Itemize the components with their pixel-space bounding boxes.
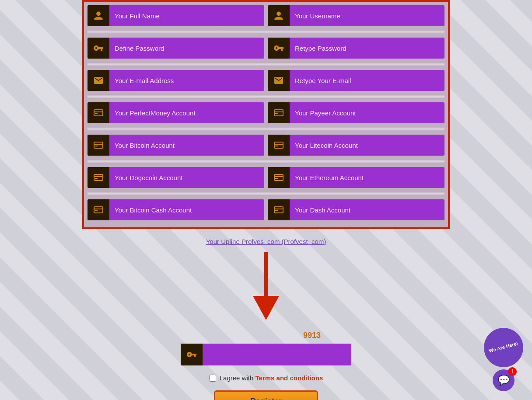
arrow-container (82, 252, 450, 331)
spacer-2 (88, 62, 444, 66)
form-row-2: Define Password Retype Password (88, 38, 444, 59)
svg-marker-25 (253, 296, 279, 320)
svg-rect-12 (94, 174, 103, 181)
email-icon (88, 70, 109, 91)
chat-icon: 💬 (498, 375, 510, 386)
card-icon-7 (88, 199, 109, 220)
svg-rect-17 (275, 178, 278, 179)
litecoin-placeholder: Your Litecoin Account (290, 142, 358, 149)
perfectmoney-placeholder: Your PerfectMoney Account (109, 109, 196, 117)
email-field[interactable]: Your E-mail Address (88, 70, 264, 91)
register-button[interactable]: Register (214, 390, 318, 400)
form-row-7: Your Bitcoin Cash Account Your Dash Acco… (88, 199, 444, 220)
litecoin-field[interactable]: Your Litecoin Account (268, 135, 444, 156)
spacer-1 (88, 30, 444, 34)
payeer-placeholder: Your Payeer Account (290, 109, 356, 117)
full-name-field[interactable]: Your Full Name (88, 5, 264, 26)
spacer-5 (88, 159, 444, 163)
key-icon (88, 38, 109, 59)
chat-badge: 1 (508, 367, 517, 376)
spacer-3 (88, 94, 444, 99)
svg-rect-0 (94, 110, 103, 116)
dogecoin-field[interactable]: Your Dogecoin Account (88, 167, 264, 188)
upline-text: Your Upline Profves_com (Profvest_com) (206, 238, 326, 245)
dash-field[interactable]: Your Dash Account (268, 199, 444, 220)
key-icon-2 (268, 38, 290, 59)
card-icon-8 (268, 199, 290, 220)
ethereum-field[interactable]: Your Ethereum Account (268, 167, 444, 188)
retype-password-placeholder: Retype Password (290, 45, 346, 52)
bitcoin-placeholder: Your Bitcoin Account (109, 142, 175, 149)
full-name-placeholder: Your Full Name (109, 12, 160, 20)
svg-rect-11 (275, 146, 278, 146)
svg-rect-18 (94, 207, 103, 213)
dash-placeholder: Your Dash Account (290, 206, 350, 214)
svg-rect-20 (95, 210, 98, 211)
username-placeholder: Your Username (290, 12, 340, 20)
svg-rect-15 (274, 174, 283, 181)
card-icon-5 (88, 167, 109, 188)
bitcoin-cash-field[interactable]: Your Bitcoin Cash Account (88, 199, 264, 220)
form-row-5: Your Bitcoin Account Your Litecoin Accou… (88, 135, 444, 156)
chat-button[interactable]: 💬 1 (493, 369, 514, 391)
bitcoin-cash-placeholder: Your Bitcoin Cash Account (109, 206, 192, 214)
define-password-placeholder: Define Password (109, 45, 164, 52)
person-icon (88, 5, 109, 26)
person-icon-2 (268, 5, 290, 26)
chat-widget: We Are Here! 💬 1 (484, 328, 523, 391)
define-password-field[interactable]: Define Password (88, 38, 264, 59)
form-row-6: Your Dogecoin Account Your Ethereum Acco… (88, 167, 444, 188)
card-icon (88, 102, 109, 123)
email-placeholder: Your E-mail Address (109, 77, 174, 84)
ethereum-placeholder: Your Ethereum Account (290, 174, 364, 181)
username-field[interactable]: Your Username (268, 5, 444, 26)
agree-prefix: I agree with Terms and conditions (220, 374, 323, 382)
card-icon-3 (88, 135, 109, 156)
svg-rect-21 (274, 207, 283, 213)
card-icon-2 (268, 102, 290, 123)
down-arrow-svg (253, 252, 279, 322)
spacer-4 (88, 127, 444, 131)
svg-rect-14 (95, 178, 98, 179)
card-icon-4 (268, 135, 290, 156)
perfectmoney-field[interactable]: Your PerfectMoney Account (88, 102, 264, 123)
agree-checkbox[interactable] (209, 375, 216, 382)
retype-password-field[interactable]: Retype Password (268, 38, 444, 59)
payeer-field[interactable]: Your Payeer Account (268, 102, 444, 123)
dogecoin-placeholder: Your Dogecoin Account (109, 174, 182, 181)
svg-rect-8 (95, 146, 98, 146)
svg-rect-9 (274, 142, 283, 148)
agree-row: I agree with Terms and conditions (209, 374, 323, 382)
form-row-3: Your E-mail Address Retype Your E-mail (88, 70, 444, 91)
retype-email-field[interactable]: Retype Your E-mail (268, 70, 444, 91)
below-section: Your Upline Profves_com (Profvest_com) 9… (82, 229, 450, 400)
email-icon-2 (268, 70, 290, 91)
svg-rect-2 (95, 113, 98, 114)
captcha-input[interactable] (181, 344, 351, 365)
captcha-number: 9913 (303, 331, 321, 340)
terms-link[interactable]: Terms and conditions (255, 374, 323, 382)
registration-form: Your Full Name Your Username Define Pass… (82, 0, 450, 229)
svg-rect-23 (275, 210, 278, 211)
bitcoin-field[interactable]: Your Bitcoin Account (88, 135, 264, 156)
card-icon-6 (268, 167, 290, 188)
form-row-4: Your PerfectMoney Account Your Payeer Ac… (88, 102, 444, 123)
we-are-here-label: We Are Here! (480, 323, 528, 372)
spacer-6 (88, 191, 444, 196)
svg-rect-3 (274, 110, 283, 116)
svg-rect-5 (275, 113, 278, 114)
key-icon-captcha (181, 344, 203, 365)
retype-email-placeholder: Retype Your E-mail (290, 77, 351, 84)
form-row-1: Your Full Name Your Username (88, 5, 444, 26)
svg-rect-6 (94, 142, 103, 148)
